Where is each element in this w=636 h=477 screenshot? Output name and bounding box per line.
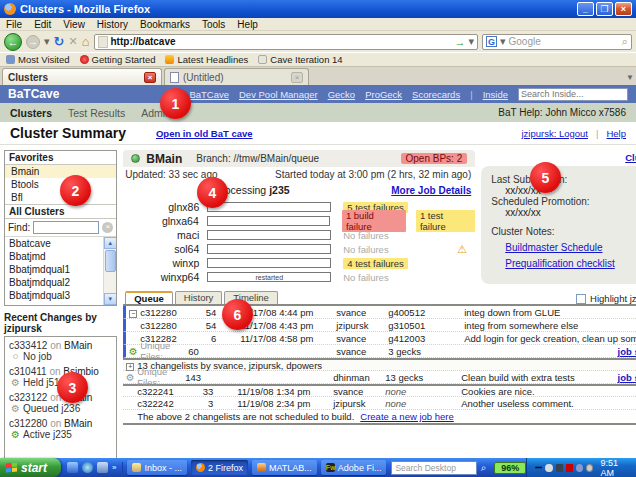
bookmark-cave-iteration[interactable]: Cave Iteration 14 [258,54,342,65]
forward-button[interactable]: → [26,35,40,49]
tab-clusters[interactable]: Clusters × [2,68,162,85]
section-tab-clusters[interactable]: Clusters [10,107,52,119]
tray-ati-icon[interactable] [566,464,573,472]
nav-link-dev-pool-manager[interactable]: Dev Pool Manager [239,89,318,100]
job-summary-row[interactable]: ⚙ Unique Files: 143 dhinman 13 gecks Cle… [123,371,636,384]
queue-tab[interactable]: Queue [125,291,173,304]
tab-close-icon[interactable]: × [291,72,303,83]
minimize-button[interactable]: _ [577,2,594,16]
stop-button[interactable]: ✕ [68,35,77,48]
menu-tools[interactable]: Tools [202,19,225,30]
quicklaunch-ie-icon[interactable] [82,462,93,473]
change-number[interactable]: c323122 [9,392,47,403]
change-number[interactable]: c333412 [9,340,47,351]
restore-button[interactable]: ❐ [596,2,613,16]
bookmark-most-visited[interactable]: Most Visited [6,54,70,65]
tray-network-icon[interactable] [556,464,563,472]
nav-history-dropdown-icon[interactable]: ▾ [44,35,50,48]
back-button[interactable]: ← [4,33,22,51]
go-button[interactable]: → [454,36,465,48]
test-failures-badge[interactable]: 4 test failures [343,258,408,269]
nav-link-scorecards[interactable]: Scorecards [412,89,460,100]
changelist-row[interactable]: c312282 6 11/17/08 4:58 pm svance g41200… [123,332,636,345]
tab-list-dropdown-icon[interactable]: ▼ [626,73,634,82]
cluster-list-item[interactable]: Bbatjmdqual2 [5,276,116,289]
bookmark-getting-started[interactable]: Getting Started [80,54,156,65]
changelist-row[interactable]: c322241 33 11/19/08 1:34 pm svance none … [123,384,636,397]
menu-history[interactable]: History [97,19,128,30]
job-settings-link[interactable]: job settings [618,346,636,357]
scroll-up-icon[interactable]: ▲ [104,237,117,249]
quicklaunch-overflow-icon[interactable]: » [112,463,116,472]
clear-find-icon[interactable]: × [102,222,113,233]
cluster-list-item[interactable]: Bbatcave [5,237,116,250]
search-engine-dropdown-icon[interactable]: ▾ [500,35,506,48]
job-settings-link[interactable]: job settings [618,372,636,383]
tray-volume-icon[interactable] [576,464,583,472]
home-button[interactable]: ⌂ [82,34,90,49]
recent-change-item[interactable]: c333412 on BMain No job [5,339,116,365]
taskbar-button-matlab[interactable]: MATLAB... [252,460,317,475]
menu-help[interactable]: Help [237,19,258,30]
logout-link[interactable]: jzipursk: Logout [521,128,588,139]
menu-bookmarks[interactable]: Bookmarks [140,19,190,30]
quicklaunch-mail-icon[interactable] [67,462,78,473]
changelist-row[interactable]: − c312280 54 11/17/08 4:44 pm svance g40… [123,306,636,319]
inside-search-input[interactable] [518,88,628,101]
scrollbar-thumb[interactable] [105,250,116,272]
taskbar-button-firefox[interactable]: 2 Firefox [191,460,248,475]
highlight-checkbox[interactable] [576,294,586,304]
prequalification-checklist-link[interactable]: Prequalification checklist [505,258,636,269]
menu-edit[interactable]: Edit [34,19,51,30]
url-dropdown-icon[interactable]: ▾ [468,35,474,48]
scroll-down-icon[interactable]: ▼ [104,293,117,305]
test-failures-badge[interactable]: 1 test failure [416,210,475,232]
tab-close-icon[interactable]: × [144,72,156,83]
quicklaunch-explorer-icon[interactable] [97,462,108,473]
reload-button[interactable]: ↻ [54,34,65,49]
nav-link-inside[interactable]: Inside [483,89,508,100]
expand-group-icon[interactable]: + [126,363,134,371]
favorite-item-bmain[interactable]: Bmain [5,165,116,178]
url-bar[interactable]: http://batcave → ▾ [94,34,478,50]
changelist-row[interactable]: c312280 54 11/17/08 4:43 pm jzipursk g31… [123,319,636,332]
more-job-details-link[interactable]: More Job Details [391,185,471,196]
tab-untitled[interactable]: (Untitled) × [164,68,309,85]
cluster-admin-link[interactable]: Cluster Admin [625,152,636,163]
bookmark-latest-headlines[interactable]: Latest Headlines [165,54,248,65]
section-tab-test-results[interactable]: Test Results [68,107,125,119]
recent-change-item[interactable]: c312280 on BMain ⚙Active j235 [5,417,116,443]
history-tab[interactable]: History [175,291,223,304]
search-magnifier-icon[interactable]: ⌕ [622,35,628,48]
taskbar-button-inbox[interactable]: Inbox - ... [127,460,187,475]
collapse-group-icon[interactable]: − [129,310,137,318]
job-summary-row[interactable]: ⚙ Unique Files: 60 svance 3 gecks job se… [123,345,636,358]
changelist-row[interactable]: c322242 3 11/19/08 2:34 pm jzipursk none… [123,397,636,410]
buildmaster-schedule-link[interactable]: Buildmaster Schedule [505,242,636,253]
help-link[interactable]: Help [606,128,626,139]
cluster-list-item[interactable]: Bbatjmdqual1 [5,263,116,276]
open-old-bat-cave-link[interactable]: Open in old BaT cave [156,128,253,139]
cluster-list-item[interactable]: Bbatjmdqual3 [5,289,116,302]
nav-link-gecko[interactable]: Gecko [328,89,355,100]
changelist-group-header[interactable]: + 13 changelists by svance, jzipursk, dp… [123,358,636,371]
warning-icon[interactable]: ⚠ [457,243,467,256]
tray-update-icon[interactable] [545,464,552,472]
close-button[interactable]: × [615,2,632,16]
find-input[interactable] [33,221,99,234]
nav-link-batcave[interactable]: BaTCave [189,89,229,100]
change-number[interactable]: c312280 [9,418,47,429]
cluster-list-item[interactable]: Bbatjmd [5,250,116,263]
tray-power-icon[interactable] [535,464,542,472]
nav-link-progeck[interactable]: ProGeck [365,89,402,100]
tray-clock-icon[interactable] [586,464,593,472]
google-search-box[interactable]: G ▾ Google ⌕ [482,34,632,50]
menu-file[interactable]: File [6,19,22,30]
create-new-job-link[interactable]: Create a new job here [360,411,453,422]
desktop-search-icon[interactable]: ⌕ [481,462,487,474]
taskbar-button-adobe[interactable]: Fw Adobe Fi... [321,460,387,475]
menu-view[interactable]: View [63,19,85,30]
change-number[interactable]: c310411 [9,366,47,377]
desktop-search-input[interactable]: Search Desktop [391,461,476,475]
open-bps-badge[interactable]: Open BPs: 2 [401,153,468,164]
